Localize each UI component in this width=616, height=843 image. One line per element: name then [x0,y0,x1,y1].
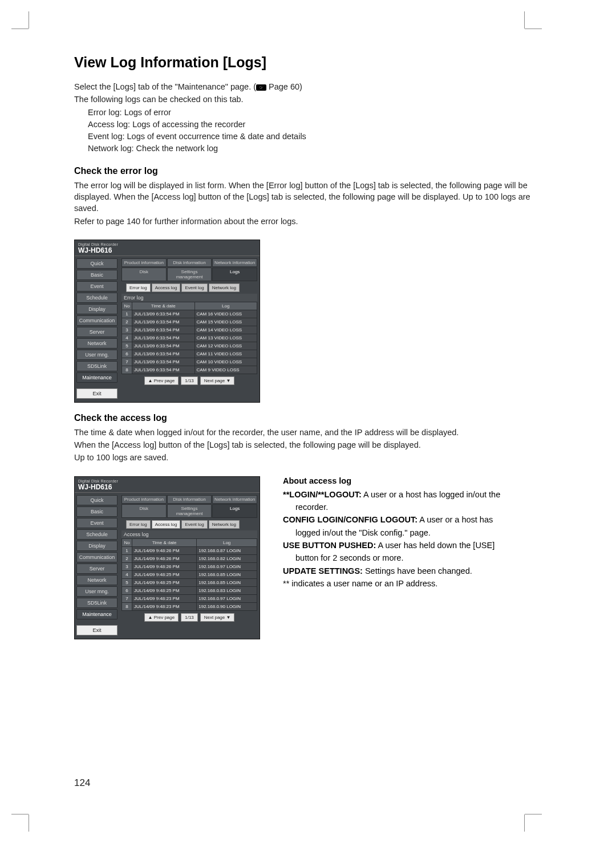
tab-network-info[interactable]: Network information [212,495,257,504]
tab-logs[interactable]: Logs [212,504,257,518]
table-row: 8JUL/14/09 9:48:23 PM192.168.0.90 LOGIN [122,602,257,610]
tab-disk-info[interactable]: Disk information [167,258,212,267]
about-row-cont: recorder. [295,501,542,513]
page-ref-icon: ☞ [256,84,266,91]
tab-settings-mgmt[interactable]: Settings management [167,504,212,518]
table-row: 6JUL/13/09 6:33:54 PMCAM 11 VIDEO LOSS [122,350,257,358]
table-row: 8JUL/13/09 6:33:54 PMCAM 9 VIDEO LOSS [122,366,257,374]
error-log-table: No Time & date Log 1JUL/13/09 6:33:54 PM… [121,302,257,374]
crop-mark [524,814,525,832]
table-row: 2JUL/14/09 9:48:26 PM192.168.0.82 LOGIN [122,554,257,562]
sidebar-item-usermng[interactable]: User mng. [76,586,117,597]
sidebar-item-event[interactable]: Event [76,518,117,528]
subtab-error-log[interactable]: Error log [126,520,151,529]
table-row: 7JUL/13/09 6:33:54 PMCAM 10 VIDEO LOSS [122,358,257,366]
device-type-label: Digital Disk Recorder [78,242,256,246]
next-page-button[interactable]: Next page ▼ [200,376,235,385]
exit-button[interactable]: Exit [76,625,117,635]
about-row: USE BUTTON PUSHED: A user has held down … [283,540,542,551]
sidebar-item-communication[interactable]: Communication [76,315,117,326]
table-row: 6JUL/14/09 9:48:25 PM192.168.0.83 LOGIN [122,586,257,594]
sidebar-item-communication[interactable]: Communication [76,552,117,562]
sidebar-item-display[interactable]: Display [76,541,117,551]
error-log-label: Error log [121,294,257,302]
col-time: Time & date [132,538,197,546]
section1-p1: The error log will be displayed in list … [74,180,542,214]
section2-p1: The time & date when logged in/out for t… [74,427,542,438]
table-row: 1JUL/14/09 9:48:26 PM192.168.0.87 LOGIN [122,546,257,554]
crop-mark [11,814,29,814]
about-note: ** indicates a user name or an IP addres… [283,578,542,589]
intro-line: Select the [Logs] tab of the "Maintenanc… [74,81,542,92]
subtab-error-log[interactable]: Error log [126,283,151,292]
page-title: View Log Information [Logs] [74,54,542,71]
log-type-item: Access log: Logs of accessing the record… [88,119,542,131]
crop-mark [11,29,29,29]
intro-text-a: Select the [Logs] tab of the "Maintenanc… [74,82,256,91]
subtab-event-log[interactable]: Event log [181,520,207,529]
subtab-access-log[interactable]: Access log [152,520,181,529]
prev-page-button[interactable]: ▲ Prev page [144,376,179,385]
sidebar-item-quick[interactable]: Quick [76,495,117,505]
col-log: Log [194,302,257,310]
sidebar-item-server[interactable]: Server [76,327,117,337]
access-log-table: No Time & date Log 1JUL/14/09 9:48:26 PM… [121,538,257,611]
sidebar-item-basic[interactable]: Basic [76,270,117,280]
crop-mark [29,11,29,29]
tab-settings-mgmt[interactable]: Settings management [167,268,212,281]
error-log-screenshot: Digital Disk Recorder WJ-HD616 Quick Bas… [74,240,260,403]
tab-disk[interactable]: Disk [121,268,167,281]
sidebar-item-basic[interactable]: Basic [76,506,117,517]
sidebar-item-sd5link[interactable]: SD5Link [76,598,117,608]
sidebar-item-server[interactable]: Server [76,564,117,574]
section-heading-access: Check the access log [74,413,542,423]
section-heading-error: Check the error log [74,166,542,176]
section1-p2: Refer to page 140 for further informatio… [74,216,542,227]
sidebar-item-network[interactable]: Network [76,338,117,348]
sidebar-item-network[interactable]: Network [76,575,117,585]
about-row-cont: button for 2 seconds or more. [295,552,542,564]
sidebar-item-sd5link[interactable]: SD5Link [76,361,117,371]
table-row: 7JUL/14/09 9:48:23 PM192.168.0.97 LOGIN [122,594,257,602]
sidebar-item-schedule[interactable]: Schedule [76,293,117,303]
table-row: 2JUL/13/09 6:33:54 PMCAM 15 VIDEO LOSS [122,318,257,326]
tab-disk-info[interactable]: Disk information [167,495,212,504]
about-row: CONFIG LOGIN/CONFIG LOGOUT: A user or a … [283,514,542,525]
log-type-list: Error log: Logs of error Access log: Log… [88,107,542,155]
sidebar-item-display[interactable]: Display [76,304,117,314]
sidebar-item-event[interactable]: Event [76,281,117,291]
next-page-button[interactable]: Next page ▼ [200,613,235,622]
crop-mark [524,11,525,29]
sidebar-item-maintenance[interactable]: Maintenance [76,609,117,619]
col-log: Log [197,538,257,546]
sidebar-item-usermng[interactable]: User mng. [76,350,117,360]
subtab-event-log[interactable]: Event log [181,283,207,292]
about-title: About access log [283,476,542,485]
prev-page-button[interactable]: ▲ Prev page [144,613,179,622]
sidebar-item-schedule[interactable]: Schedule [76,529,117,540]
col-time: Time & date [132,302,195,310]
table-row: 1JUL/13/09 6:33:54 PMCAM 16 VIDEO LOSS [122,310,257,318]
sidebar: Quick Basic Event Schedule Display Commu… [75,256,119,402]
page-content: View Log Information [Logs] Select the [… [74,54,542,639]
tab-product-info[interactable]: Product information [121,495,167,504]
sidebar-item-maintenance[interactable]: Maintenance [76,372,117,383]
about-access-log: About access log **LOGIN/**LOGOUT: A use… [283,476,542,590]
about-row: UPDATE SETTINGS: Settings have been chan… [283,565,542,577]
sidebar: Quick Basic Event Schedule Display Commu… [75,493,119,639]
crop-mark [525,814,542,814]
tab-product-info[interactable]: Product information [121,258,167,267]
subtab-network-log[interactable]: Network log [209,520,240,529]
tab-network-info[interactable]: Network information [212,258,257,267]
tab-disk[interactable]: Disk [121,504,167,518]
about-row-cont: logged in/out the "Disk config." page. [295,527,542,538]
table-row: 4JUL/13/09 6:33:54 PMCAM 13 VIDEO LOSS [122,334,257,342]
log-type-item: Error log: Logs of error [88,107,542,119]
tab-logs[interactable]: Logs [212,268,257,281]
exit-button[interactable]: Exit [76,388,117,399]
table-row: 4JUL/14/09 9:48:25 PM192.168.0.85 LOGIN [122,570,257,578]
table-row: 3JUL/14/09 9:48:26 PM192.168.0.97 LOGIN [122,562,257,570]
subtab-access-log[interactable]: Access log [152,283,181,292]
sidebar-item-quick[interactable]: Quick [76,258,117,269]
subtab-network-log[interactable]: Network log [209,283,240,292]
